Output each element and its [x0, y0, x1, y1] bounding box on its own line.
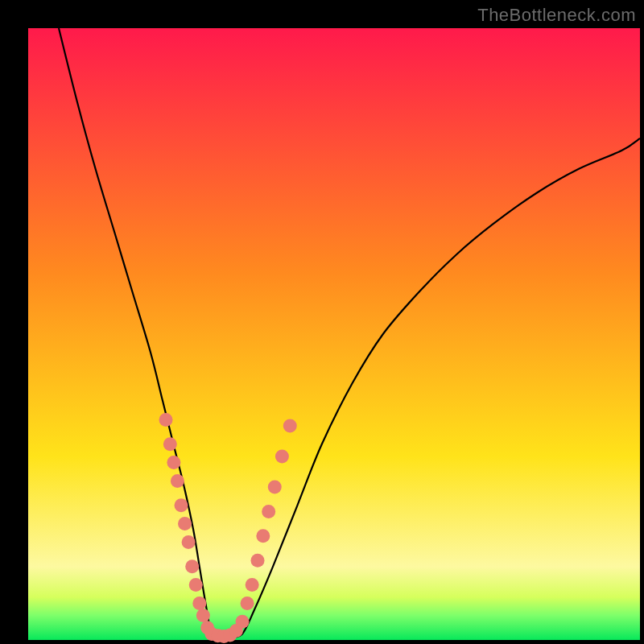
- marker-dot: [175, 498, 188, 512]
- marker-dot: [178, 517, 192, 530]
- marker-dot: [236, 615, 250, 629]
- chart-svg: [28, 28, 640, 640]
- marker-dot: [185, 559, 199, 573]
- marker-dot: [256, 529, 270, 543]
- marker-dot: [159, 413, 173, 427]
- marker-dot: [246, 578, 259, 592]
- marker-dot: [268, 481, 282, 494]
- outer-frame: TheBottleneck.com: [0, 0, 644, 644]
- marker-dot: [251, 554, 265, 568]
- watermark-text: TheBottleneck.com: [477, 5, 636, 26]
- marker-dot: [163, 437, 177, 451]
- marker-dot: [189, 578, 203, 592]
- marker-dot: [192, 597, 206, 610]
- marker-dot: [182, 535, 196, 549]
- bottleneck-curve: [59, 28, 640, 638]
- plot-area: [28, 28, 640, 640]
- marker-dot: [196, 609, 210, 622]
- marker-cluster: [159, 413, 297, 643]
- marker-dot: [262, 505, 275, 518]
- marker-dot: [167, 456, 180, 469]
- marker-dot: [241, 597, 254, 610]
- marker-dot: [275, 450, 289, 464]
- marker-dot: [171, 474, 184, 488]
- marker-dot: [283, 419, 297, 433]
